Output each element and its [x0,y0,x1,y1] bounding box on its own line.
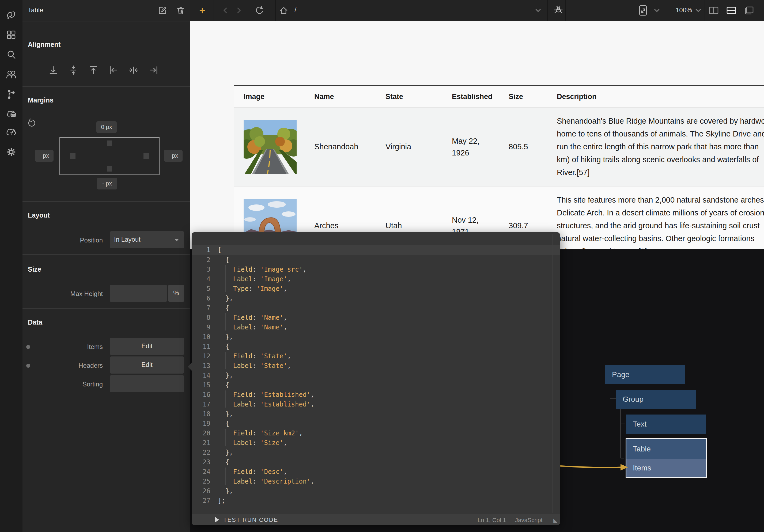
test-run-code-button[interactable]: TEST RUN CODE [223,516,278,523]
park-description: This site features more than 2,000 natur… [557,187,764,249]
align-bottom-icon[interactable] [48,65,59,76]
rename-icon[interactable] [158,6,167,15]
left-rail [0,0,23,532]
indent-guide [225,429,226,446]
margin-right-input[interactable]: - px [164,150,183,162]
code-line: 9 Label: 'Name', [192,322,560,332]
align-top-icon[interactable] [88,65,99,76]
items-connection-arrow [554,462,629,474]
col-description: Description [557,92,597,101]
max-height-unit[interactable]: % [168,285,184,302]
code-editor-popover: 1[2 {3 Field: 'Image_src',4 Label: 'Imag… [192,232,560,525]
margin-left-handle[interactable] [70,153,76,159]
headers-edit-button[interactable]: Edit [110,356,184,374]
park-size: 805.5 [509,107,546,186]
margin-bottom-input[interactable]: - px [97,178,117,189]
new-tab-button[interactable]: + [192,0,213,21]
align-left-icon[interactable] [108,65,119,76]
table-row[interactable]: ShenandoahVirginiaMay 22, 1926805.5Shena… [234,107,764,187]
code-line: 12 Field: 'State', [192,351,560,361]
editor-footer: TEST RUN CODE Ln 1, Col 1 JavaScript ◢ [192,514,560,525]
margins-section-title: Margins [28,96,54,104]
table-header-row: Image Name State Established Size Descri… [234,86,764,107]
margin-right-handle[interactable] [143,153,149,159]
editor-language: JavaScript [515,517,543,524]
resize-grip[interactable]: ◢ [553,517,557,523]
logo-icon[interactable] [5,9,17,21]
code-line: 2 { [192,255,560,265]
nav-back-icon[interactable] [222,6,229,14]
node-text[interactable]: Text [626,415,706,434]
code-line: 15 { [192,380,560,390]
app-canvas: Parks in America Image Name State Establ… [190,21,764,249]
indent-guide [225,313,226,330]
align-right-icon[interactable] [148,65,159,76]
home-icon[interactable] [279,6,288,15]
indent-guide [225,467,226,485]
position-label: Position [44,237,103,244]
code-line: 22 }, [192,448,560,457]
alignment-section-title: Alignment [28,41,61,49]
max-height-label: Max Height [44,290,103,297]
code-line: 6 }, [192,293,560,303]
delete-icon[interactable] [176,6,185,15]
viewport-chevron-icon[interactable] [654,9,660,12]
col-size: Size [509,92,523,101]
description-line: Delicate Arch. In a desert climate milli… [557,206,764,219]
node-table-selected[interactable]: Table Items [626,438,707,478]
top-toolbar: + / [190,0,764,21]
debug-bug-icon[interactable] [553,5,563,16]
margin-left-input[interactable]: - px [35,150,54,162]
code-line: 10 }, [192,332,560,342]
cursor-position: Ln 1, Col 1 [478,517,506,524]
align-center-vertical-icon[interactable] [68,65,79,76]
components-grid-icon[interactable] [5,29,17,41]
col-name: Name [314,92,334,101]
max-height-input[interactable] [110,285,167,302]
run-icon [215,517,219,522]
cloud-data-icon[interactable] [5,108,17,120]
align-center-horizontal-icon[interactable] [128,65,139,76]
headers-port[interactable] [26,364,30,368]
code-editor[interactable]: 1[2 {3 Field: 'Image_src',4 Label: 'Imag… [192,232,560,514]
margin-bottom-handle[interactable] [107,166,112,172]
zoom-chevron-icon[interactable] [695,9,701,12]
version-control-icon[interactable] [5,88,17,100]
community-icon[interactable] [5,68,17,81]
margin-top-handle[interactable] [107,140,112,146]
node-page[interactable]: Page [605,365,685,384]
split-rows-icon[interactable] [726,6,737,15]
refresh-icon[interactable] [255,6,265,15]
nav-forward-icon[interactable] [235,6,242,14]
viewport-size-icon[interactable] [638,5,648,16]
col-image: Image [244,92,265,101]
description-line: run the entire length of this narrow par… [557,140,764,153]
code-line: 17 Label: 'Established', [192,400,560,409]
items-label: Items [44,343,103,351]
margins-reset-icon[interactable] [27,118,37,128]
code-line: 25 Label: 'Description', [192,477,560,486]
description-line: Shenandoah's Blue Ridge Mountains are co… [557,114,764,127]
split-columns-icon[interactable] [708,6,719,15]
url-chevron-down-icon[interactable] [535,8,541,13]
cloud-functions-icon[interactable] [5,126,17,138]
stack-windows-icon[interactable] [744,6,754,15]
search-icon[interactable] [5,49,17,61]
popover-pointer [188,362,192,371]
node-table-items-port[interactable]: Items [626,459,706,477]
parks-table[interactable]: Image Name State Established Size Descri… [234,85,764,249]
position-dropdown[interactable]: In Layout [110,231,184,248]
margin-top-input[interactable]: 0 px [96,121,117,133]
node-group[interactable]: Group [616,390,696,409]
items-port[interactable] [26,345,30,349]
park-image-cell [244,107,296,186]
panel-header: Table [23,0,190,21]
settings-gear-icon[interactable] [5,146,17,158]
editor-scroll-track[interactable] [552,235,552,513]
sorting-input[interactable] [110,375,184,392]
chevron-down-icon [174,238,179,242]
items-edit-button[interactable]: Edit [110,338,184,355]
code-line: 24 Field: 'Desc', [192,467,560,477]
node-table-header[interactable]: Table [626,439,706,459]
zoom-level[interactable]: 100% [676,6,692,14]
